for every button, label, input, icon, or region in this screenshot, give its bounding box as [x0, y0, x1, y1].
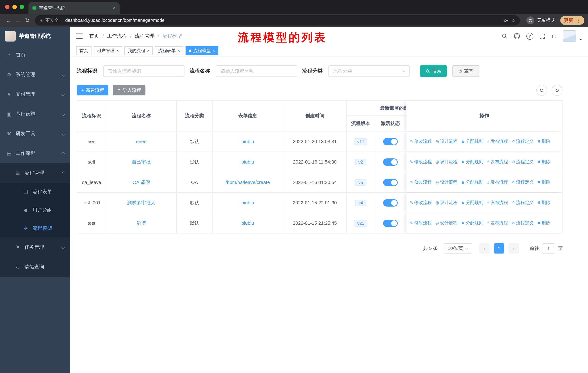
op-definition[interactable]: ✍流程定义 [512, 179, 534, 185]
github-icon[interactable] [514, 33, 520, 39]
op-delete[interactable]: ✖删除 [537, 200, 550, 206]
op-delete[interactable]: ✖删除 [537, 220, 550, 226]
active-toggle[interactable] [383, 220, 398, 227]
address-bar[interactable]: ⚠ 不安全 | dashboard.yudao.iocoder.cn/bpm/m… [35, 15, 520, 26]
sidebar-item-payment[interactable]: ¥ 支付管理 [0, 84, 70, 104]
op-definition[interactable]: ✍流程定义 [512, 200, 534, 206]
op-publish[interactable]: ☝发布流程 [487, 138, 508, 145]
op-delete[interactable]: ✖删除 [537, 159, 550, 165]
version-badge[interactable]: v4 [355, 200, 366, 206]
form-info-link[interactable]: /bpm/oa/leave/create [226, 180, 270, 185]
breadcrumb-item[interactable]: 工作流程 [107, 33, 127, 39]
security-label[interactable]: 不安全 [45, 17, 59, 23]
op-modify[interactable]: ✎修改流程 [410, 220, 432, 226]
active-toggle[interactable] [383, 199, 398, 206]
active-toggle[interactable] [383, 158, 398, 166]
collapse-menu-icon[interactable] [76, 33, 83, 39]
show-search-button[interactable] [536, 85, 547, 96]
op-definition[interactable]: ✍流程定义 [512, 220, 534, 226]
bookmark-star-icon[interactable]: ☆ [511, 18, 515, 23]
sidebar-item-process-form[interactable]: ❏ 流程表单 [0, 183, 70, 201]
fullscreen-icon[interactable] [539, 33, 545, 39]
op-design[interactable]: ◎设计流程 [435, 159, 457, 165]
op-assign-rule[interactable]: ♟分配规则 [461, 179, 483, 185]
op-design[interactable]: ◎设计流程 [435, 220, 457, 226]
close-icon[interactable]: × [178, 49, 180, 53]
reload-icon[interactable]: ↻ [23, 16, 32, 25]
process-id-input[interactable] [103, 65, 184, 77]
browser-tab[interactable]: 芋道管理系统 × [28, 2, 120, 14]
version-badge[interactable]: v17 [354, 138, 368, 145]
op-delete[interactable]: ✖删除 [537, 138, 550, 145]
sidebar-item-system[interactable]: ⚙ 系统管理 [0, 65, 70, 84]
version-badge[interactable]: v5 [355, 179, 366, 186]
op-delete[interactable]: ✖删除 [537, 179, 550, 185]
sidebar-item-task-management[interactable]: ⚑ 任务管理 [0, 238, 70, 257]
active-toggle[interactable] [383, 179, 398, 186]
page-size-select[interactable]: 10条/页 [444, 243, 472, 253]
sidebar-item-devtools[interactable]: ⚒ 研发工具 [0, 124, 70, 143]
op-publish[interactable]: ☝发布流程 [487, 159, 508, 165]
sidebar-item-user-group[interactable]: ☻ 用户分组 [0, 201, 70, 219]
tag-process-model[interactable]: 流程模型 × [186, 46, 218, 55]
close-window-button[interactable] [5, 5, 10, 9]
sidebar-item-infrastructure[interactable]: ▣ 基础设施 [0, 104, 70, 124]
close-tab-icon[interactable]: × [112, 5, 116, 11]
font-size-icon[interactable]: T↕ [551, 33, 557, 39]
form-info-link[interactable]: biubiu [241, 200, 254, 205]
sidebar-item-leave-query[interactable]: ☺ 请假查询 [0, 257, 70, 277]
breadcrumb-item[interactable]: 首页 [89, 33, 99, 39]
version-badge[interactable]: v2 [355, 159, 366, 165]
op-modify[interactable]: ✎修改流程 [410, 159, 432, 165]
sidebar-item-process-model[interactable]: ✈ 流程模型 [0, 219, 70, 238]
zoom-window-button[interactable] [20, 5, 24, 9]
op-definition[interactable]: ✍流程定义 [512, 159, 534, 165]
current-page-button[interactable]: 1 [494, 243, 504, 253]
process-name-link[interactable]: 滔博 [136, 220, 146, 226]
browser-update-button[interactable]: 更新 ⋮ [560, 16, 584, 25]
category-select[interactable]: 流程分类 [328, 65, 410, 77]
op-design[interactable]: ◎设计流程 [435, 138, 457, 145]
breadcrumb-item[interactable]: 流程管理 [135, 33, 154, 39]
browser-menu-icon[interactable]: ⋮ [576, 18, 581, 23]
close-icon[interactable]: × [147, 49, 149, 53]
form-info-link[interactable]: biubiu [241, 139, 254, 144]
search-icon[interactable] [502, 33, 507, 39]
process-name-input[interactable] [216, 65, 297, 77]
op-definition[interactable]: ✍流程定义 [512, 138, 534, 145]
op-assign-rule[interactable]: ♟分配规则 [461, 200, 483, 206]
tag-home[interactable]: 首页 [76, 46, 92, 55]
close-icon[interactable]: × [116, 49, 119, 53]
tag-process-form[interactable]: 流程表单 × [155, 46, 183, 55]
sidebar-item-workflow[interactable]: ▤ 工作流程 [0, 143, 70, 163]
op-publish[interactable]: ☝发布流程 [487, 179, 508, 185]
reset-button[interactable]: ↺ 重置 [452, 65, 479, 77]
op-modify[interactable]: ✎修改流程 [410, 138, 432, 145]
url-text[interactable]: dashboard.yudao.iocoder.cn/bpm/manager/m… [65, 18, 166, 23]
op-assign-rule[interactable]: ♟分配规则 [461, 138, 483, 145]
sidebar-item-home[interactable]: ⌂ 首页 [0, 45, 70, 65]
process-name-link[interactable]: eeee [136, 139, 147, 144]
process-name-link[interactable]: 自己审批 [132, 159, 151, 165]
refresh-button[interactable]: ↻ [552, 85, 562, 96]
op-modify[interactable]: ✎修改流程 [410, 200, 432, 206]
tag-my-process[interactable]: 我的流程 × [124, 46, 153, 55]
minimize-window-button[interactable] [12, 5, 17, 9]
op-publish[interactable]: ☝发布流程 [487, 200, 508, 206]
form-info-link[interactable]: biubiu [241, 159, 254, 165]
next-page-button[interactable]: › [509, 243, 519, 253]
help-icon[interactable]: ? [526, 33, 533, 40]
close-icon[interactable]: × [212, 49, 215, 53]
prev-page-button[interactable]: ‹ [479, 243, 490, 253]
sidebar-item-process-management[interactable]: ≣ 流程管理 [0, 163, 70, 183]
op-assign-rule[interactable]: ♟分配规则 [461, 220, 483, 226]
search-button[interactable]: 搜索 [420, 65, 447, 77]
forward-icon[interactable]: → [13, 16, 23, 25]
form-info-link[interactable]: biubiu [241, 220, 254, 226]
tag-tenant-management[interactable]: 租户管理 × [94, 46, 122, 55]
create-process-button[interactable]: + 新建流程 [77, 85, 108, 95]
process-name-link[interactable]: 测试多审批人 [127, 200, 156, 206]
goto-page-input[interactable] [542, 243, 555, 253]
version-badge[interactable]: v21 [354, 220, 368, 226]
avatar-dropdown-caret[interactable] [579, 39, 582, 40]
